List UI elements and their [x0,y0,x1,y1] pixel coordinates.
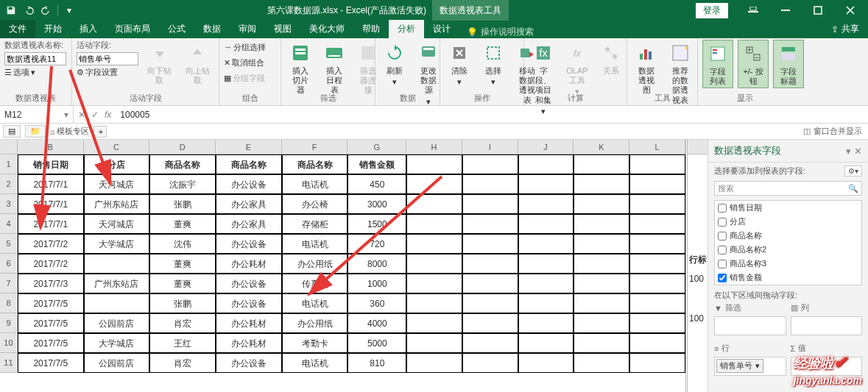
table-cell[interactable]: 2017/7/5 [18,313,84,333]
filter-area[interactable] [714,316,786,335]
row-number[interactable]: 5 [0,234,18,254]
table-cell[interactable]: 办公椅 [282,194,348,214]
pivotchart-button[interactable]: 数据透视图 [632,40,661,97]
col-header[interactable]: H [406,140,462,154]
template-tab[interactable]: ⌂模板专区 [50,126,89,137]
field-list-item[interactable]: 商品名称3 [715,257,861,271]
col-header[interactable]: L [629,140,685,154]
table-cell[interactable]: 王红 [149,333,216,353]
table-cell[interactable]: 4000 [347,313,406,333]
undo-icon[interactable] [21,2,37,18]
table-cell[interactable]: 电话机 [282,234,348,254]
field-headers-button[interactable]: 字段标题 [773,40,804,88]
tab-data[interactable]: 数据 [194,20,230,38]
refresh-button[interactable]: 刷新▾ [380,40,409,88]
col-header[interactable]: I [462,140,518,154]
table-cell[interactable]: 2017/7/1 [18,194,84,214]
row-number[interactable]: 6 [0,254,18,274]
field-checkbox[interactable] [718,274,727,282]
table-cell[interactable]: 2017/7/5 [18,333,84,353]
new-sheet-icon[interactable]: ▤ [3,125,21,138]
table-cell[interactable]: 广州东站店 [84,274,150,293]
plusminus-button[interactable]: +−+/- 按钮 [738,40,769,88]
table-cell[interactable]: 3000 [347,194,406,214]
table-cell[interactable]: 1000 [347,274,406,293]
table-cell[interactable]: 办公设备 [216,274,282,293]
table-cell[interactable]: 2017/7/5 [18,353,84,373]
field-checkbox[interactable] [718,246,727,254]
table-cell[interactable]: 电话机 [282,293,348,313]
ribbon-options-icon[interactable] [738,2,768,18]
row-number[interactable]: 10 [0,333,18,353]
tab-analyze[interactable]: 分析 [389,20,424,38]
table-cell[interactable]: 办公耗材 [216,333,282,353]
table-cell[interactable]: 传真机 [282,274,348,293]
select-button[interactable]: 选择▾ [479,40,508,88]
table-cell[interactable]: 办公用纸 [282,254,348,274]
table-cell[interactable]: 存储柜 [282,214,348,234]
login-button[interactable]: 登录 [696,3,728,18]
tab-layout[interactable]: 页面布局 [106,20,159,38]
table-cell[interactable]: 办公耗材 [216,313,282,333]
table-cell[interactable]: 2017/7/5 [18,293,84,313]
pivot-name-input[interactable] [4,52,66,65]
row-number[interactable]: 7 [0,274,18,293]
table-header[interactable]: 销售金额 [347,154,406,174]
table-cell[interactable]: 公园前店 [84,353,150,373]
insert-timeline-button[interactable]: 插入日程表 [320,40,349,97]
tab-review[interactable]: 审阅 [230,20,265,38]
table-cell[interactable]: 办公设备 [216,353,282,373]
table-cell[interactable]: 广州东站店 [84,194,150,214]
redo-icon[interactable] [38,2,54,18]
insert-slicer-button[interactable]: 插入切片器 [286,40,315,97]
maximize-icon[interactable] [803,2,833,18]
gear-icon[interactable]: ⚙▾ [844,165,862,177]
table-cell[interactable]: 沈伟 [149,234,216,254]
table-cell[interactable]: 450 [347,174,406,194]
table-cell[interactable]: 天河城店 [84,214,150,234]
col-header[interactable]: B [18,140,84,154]
col-header[interactable]: E [216,140,282,154]
field-search-input[interactable]: 搜索 🔍 [714,181,862,196]
cols-area[interactable] [791,316,863,335]
tab-file[interactable]: 文件 [0,20,35,38]
table-cell[interactable]: 2017/7/2 [18,234,84,254]
table-cell[interactable]: 沈振宇 [149,174,216,194]
table-cell[interactable]: 电话机 [282,174,348,194]
table-cell[interactable]: 张鹏 [149,293,216,313]
ungroup-button[interactable]: ✕取消组合 [224,55,266,70]
table-cell[interactable]: 8000 [347,254,406,274]
col-header[interactable]: G [347,140,406,154]
field-list-button[interactable]: 字段列表 [702,40,733,88]
col-header[interactable]: J [518,140,574,154]
table-cell[interactable]: 5000 [347,333,406,353]
table-header[interactable]: 商品名称 [216,154,282,174]
row-number[interactable]: 4 [0,214,18,234]
table-cell[interactable]: 1500 [347,214,406,234]
col-header[interactable]: C [84,140,150,154]
table-cell[interactable]: 办公家具 [216,214,282,234]
table-header[interactable]: 商品名称 [282,154,348,174]
close-icon[interactable] [836,2,865,18]
tab-beautify[interactable]: 美化大师 [300,20,353,38]
pivot-options-button[interactable]: ☰选项 ▾ [4,67,66,78]
table-cell[interactable]: 天河城店 [84,174,150,194]
active-field-input[interactable] [77,52,138,65]
table-cell[interactable]: 张鹏 [149,194,216,214]
table-cell[interactable]: 办公设备 [216,174,282,194]
table-cell[interactable]: 办公用纸 [282,313,348,333]
table-header[interactable]: 分店 [84,154,150,174]
table-cell[interactable]: 董爽 [149,274,216,293]
field-checkbox[interactable] [718,260,727,268]
tab-design[interactable]: 设计 [424,20,459,38]
col-header[interactable]: K [574,140,629,154]
table-cell[interactable]: 2017/7/2 [18,254,84,274]
accept-formula-icon[interactable]: ✓ [91,110,99,120]
field-list-item[interactable]: 分店 [715,215,861,229]
field-settings-button[interactable]: ⚙字段设置 [77,67,138,78]
minimize-icon[interactable] [771,2,800,18]
tab-insert[interactable]: 插入 [71,20,106,38]
row-number[interactable]: 2 [0,174,18,194]
name-box[interactable]: M12▾ [0,106,74,123]
field-checkbox[interactable] [718,218,727,227]
